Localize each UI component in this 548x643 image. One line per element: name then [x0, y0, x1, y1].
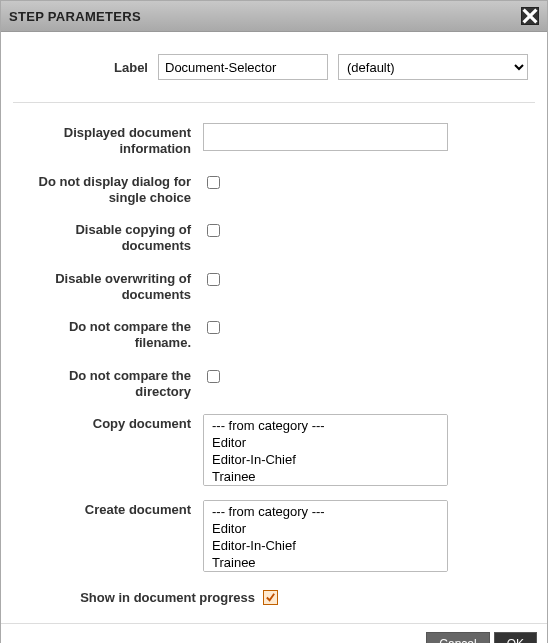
no-compare-filename-label: Do not compare the filename. — [13, 315, 203, 352]
cancel-button[interactable]: Cancel — [426, 632, 489, 643]
no-compare-directory-checkbox[interactable] — [207, 370, 220, 383]
row-show-in-progress: Show in document progress — [13, 590, 535, 605]
create-opt-editor[interactable]: Editor — [206, 520, 445, 537]
step-parameters-dialog: STEP PARAMETERS Label (default) Displaye… — [0, 0, 548, 643]
copy-opt-header[interactable]: --- from category --- — [206, 417, 445, 434]
create-opt-header[interactable]: --- from category --- — [206, 503, 445, 520]
label-row: Label (default) — [13, 50, 535, 103]
copy-document-list[interactable]: --- from category --- Editor Editor-In-C… — [203, 414, 448, 486]
row-no-dialog-single: Do not display dialog for single choice — [13, 170, 535, 207]
dialog-title: STEP PARAMETERS — [9, 9, 141, 24]
no-compare-directory-label: Do not compare the directory — [13, 364, 203, 401]
titlebar: STEP PARAMETERS — [1, 1, 547, 32]
displayed-info-label: Displayed document information — [13, 121, 203, 158]
show-in-progress-checkbox[interactable] — [263, 590, 278, 605]
no-dialog-single-label: Do not display dialog for single choice — [13, 170, 203, 207]
row-create-document: Create document --- from category --- Ed… — [13, 498, 535, 572]
disable-copy-label: Disable copying of documents — [13, 218, 203, 255]
disable-overwrite-checkbox[interactable] — [207, 273, 220, 286]
copy-document-label: Copy document — [13, 412, 203, 432]
check-icon — [265, 592, 276, 603]
row-disable-overwrite: Disable overwriting of documents — [13, 267, 535, 304]
create-document-list[interactable]: --- from category --- Editor Editor-In-C… — [203, 500, 448, 572]
row-no-compare-directory: Do not compare the directory — [13, 364, 535, 401]
displayed-info-input[interactable] — [203, 123, 448, 151]
copy-opt-editor[interactable]: Editor — [206, 434, 445, 451]
disable-overwrite-label: Disable overwriting of documents — [13, 267, 203, 304]
label-label: Label — [13, 60, 158, 75]
label-input[interactable] — [158, 54, 328, 80]
row-displayed-info: Displayed document information — [13, 121, 535, 158]
copy-opt-eic[interactable]: Editor-In-Chief — [206, 451, 445, 468]
preset-select[interactable]: (default) — [338, 54, 528, 80]
no-compare-filename-checkbox[interactable] — [207, 321, 220, 334]
create-opt-trainee[interactable]: Trainee — [206, 554, 445, 571]
create-opt-eic[interactable]: Editor-In-Chief — [206, 537, 445, 554]
row-copy-document: Copy document --- from category --- Edit… — [13, 412, 535, 486]
disable-copy-checkbox[interactable] — [207, 224, 220, 237]
copy-opt-trainee[interactable]: Trainee — [206, 468, 445, 485]
close-icon[interactable] — [521, 7, 539, 25]
create-document-label: Create document — [13, 498, 203, 518]
show-in-progress-label: Show in document progress — [13, 590, 263, 605]
ok-button[interactable]: OK — [494, 632, 537, 643]
dialog-footer: Cancel OK — [1, 623, 547, 643]
no-dialog-single-checkbox[interactable] — [207, 176, 220, 189]
row-disable-copy: Disable copying of documents — [13, 218, 535, 255]
dialog-content: Label (default) Displayed document infor… — [1, 32, 547, 623]
row-no-compare-filename: Do not compare the filename. — [13, 315, 535, 352]
